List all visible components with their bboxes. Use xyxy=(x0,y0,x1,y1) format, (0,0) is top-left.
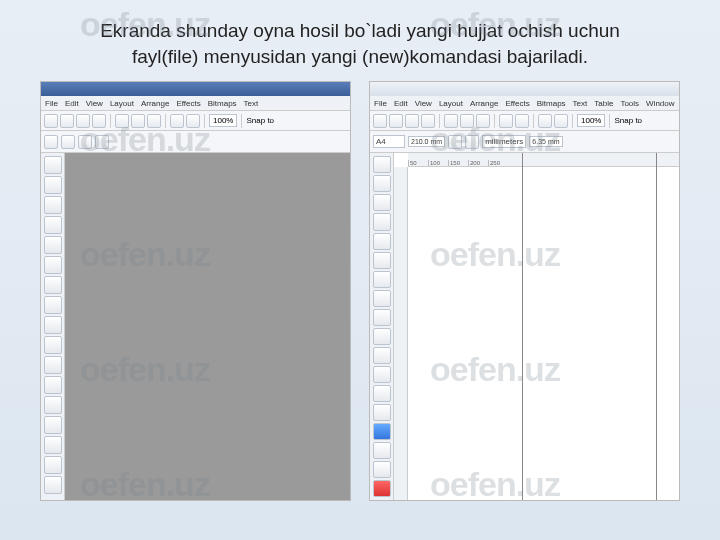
crop-tool[interactable] xyxy=(373,194,391,211)
save-button[interactable] xyxy=(76,114,90,128)
outline-tool[interactable] xyxy=(373,461,391,478)
table-tool[interactable] xyxy=(44,356,62,374)
text-tool[interactable] xyxy=(373,347,391,364)
menu-item[interactable]: Effects xyxy=(176,99,200,108)
prop-button[interactable] xyxy=(44,135,58,149)
copy-button[interactable] xyxy=(131,114,145,128)
zoom-tool[interactable] xyxy=(373,213,391,230)
pick-tool[interactable] xyxy=(44,156,62,174)
menu-item[interactable]: Edit xyxy=(65,99,79,108)
menu-item[interactable]: Layout xyxy=(439,99,463,108)
outline-tool[interactable] xyxy=(44,456,62,474)
separator xyxy=(204,114,205,128)
menu-item[interactable]: Table xyxy=(594,99,613,108)
open-button[interactable] xyxy=(389,114,403,128)
rectangle-tool[interactable] xyxy=(44,276,62,294)
menu-item[interactable]: Arrange xyxy=(470,99,498,108)
freehand-tool[interactable] xyxy=(373,233,391,250)
standard-toolbar: 100% Snap to xyxy=(370,111,679,131)
table-tool[interactable] xyxy=(373,366,391,383)
undo-button[interactable] xyxy=(170,114,184,128)
titlebar xyxy=(41,82,350,96)
open-button[interactable] xyxy=(60,114,74,128)
toolbox xyxy=(370,153,394,500)
nudge-x-field[interactable]: 6.35 mm xyxy=(529,136,562,147)
print-button[interactable] xyxy=(92,114,106,128)
menu-item[interactable]: Bitmaps xyxy=(208,99,237,108)
save-button[interactable] xyxy=(405,114,419,128)
snap-label[interactable]: Snap to xyxy=(246,116,274,125)
units-field[interactable]: millimeters xyxy=(482,135,526,148)
redo-button[interactable] xyxy=(515,114,529,128)
undo-button[interactable] xyxy=(499,114,513,128)
interactive-tool[interactable] xyxy=(373,423,391,440)
shape-tool[interactable] xyxy=(373,175,391,192)
menu-item[interactable]: View xyxy=(86,99,103,108)
smart-fill-tool[interactable] xyxy=(44,256,62,274)
prop-button[interactable] xyxy=(95,135,109,149)
dimension-tool[interactable] xyxy=(44,376,62,394)
smart-fill-tool[interactable] xyxy=(373,252,391,269)
zoom-field[interactable]: 100% xyxy=(209,114,237,127)
crop-tool[interactable] xyxy=(44,196,62,214)
interactive-tool[interactable] xyxy=(44,416,62,434)
paper-size-field[interactable]: A4 xyxy=(373,135,405,148)
landscape-button[interactable] xyxy=(465,135,479,149)
paste-button[interactable] xyxy=(147,114,161,128)
fill-tool[interactable] xyxy=(44,476,62,494)
ellipse-tool[interactable] xyxy=(44,296,62,314)
new-button[interactable] xyxy=(373,114,387,128)
cut-button[interactable] xyxy=(444,114,458,128)
menu-item[interactable]: File xyxy=(374,99,387,108)
separator xyxy=(609,114,610,128)
shape-tool[interactable] xyxy=(44,176,62,194)
pick-tool[interactable] xyxy=(373,156,391,173)
fill-tool[interactable] xyxy=(373,480,391,497)
menu-item[interactable]: Layout xyxy=(110,99,134,108)
connector-tool[interactable] xyxy=(373,404,391,421)
polygon-tool[interactable] xyxy=(373,309,391,326)
paste-button[interactable] xyxy=(476,114,490,128)
prop-button[interactable] xyxy=(78,135,92,149)
freehand-tool[interactable] xyxy=(44,236,62,254)
ellipse-tool[interactable] xyxy=(373,290,391,307)
eyedropper-tool[interactable] xyxy=(44,436,62,454)
menu-item[interactable]: File xyxy=(45,99,58,108)
connector-tool[interactable] xyxy=(44,396,62,414)
cut-button[interactable] xyxy=(115,114,129,128)
prop-button[interactable] xyxy=(61,135,75,149)
menu-item[interactable]: Text xyxy=(573,99,588,108)
menu-item[interactable]: Bitmaps xyxy=(537,99,566,108)
print-button[interactable] xyxy=(421,114,435,128)
menu-item[interactable]: Window xyxy=(646,99,674,108)
export-button[interactable] xyxy=(554,114,568,128)
document-canvas[interactable]: 50 100 150 200 250 xyxy=(394,153,679,500)
text-tool[interactable] xyxy=(44,336,62,354)
menu-item[interactable]: Effects xyxy=(505,99,529,108)
redo-button[interactable] xyxy=(186,114,200,128)
new-button[interactable] xyxy=(44,114,58,128)
menu-item[interactable]: View xyxy=(415,99,432,108)
page-width-field[interactable]: 210.0 mm xyxy=(408,136,445,147)
separator xyxy=(533,114,534,128)
menu-item[interactable]: Arrange xyxy=(141,99,169,108)
dimension-tool[interactable] xyxy=(373,385,391,402)
guide-line[interactable] xyxy=(522,153,523,500)
polygon-tool[interactable] xyxy=(44,316,62,334)
basic-shapes-tool[interactable] xyxy=(373,328,391,345)
copy-button[interactable] xyxy=(460,114,474,128)
menu-item[interactable]: Tools xyxy=(620,99,639,108)
page-edge xyxy=(656,153,657,500)
menu-item[interactable]: Text xyxy=(244,99,259,108)
zoom-tool[interactable] xyxy=(44,216,62,234)
snap-label[interactable]: Snap to xyxy=(614,116,642,125)
zoom-field[interactable]: 100% xyxy=(577,114,605,127)
import-button[interactable] xyxy=(538,114,552,128)
rectangle-tool[interactable] xyxy=(373,271,391,288)
menu-item[interactable]: Edit xyxy=(394,99,408,108)
eyedropper-tool[interactable] xyxy=(373,442,391,459)
portrait-button[interactable] xyxy=(448,135,462,149)
titlebar xyxy=(370,82,679,96)
standard-toolbar: 100% Snap to xyxy=(41,111,350,131)
separator xyxy=(241,114,242,128)
